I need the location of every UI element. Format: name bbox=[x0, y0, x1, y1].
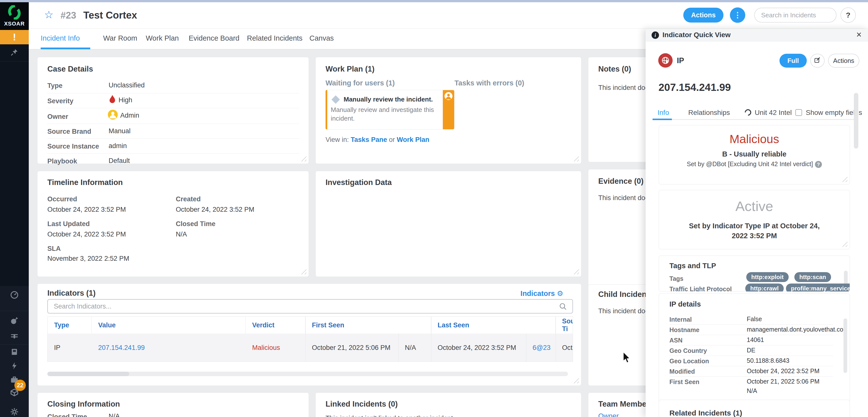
resize-handle[interactable] bbox=[574, 378, 579, 383]
indicator-quick-view-panel: i Indicator Quick View × IP Full Actions… bbox=[646, 29, 868, 417]
tab-incident-info[interactable]: Incident Info bbox=[41, 34, 80, 42]
cell-expiration: N/A bbox=[398, 334, 431, 362]
field-value: October 21, 2022 5:06 PM bbox=[747, 378, 819, 385]
resize-handle[interactable] bbox=[574, 269, 579, 274]
xsoar-logo[interactable]: XSOAR bbox=[0, 2, 29, 30]
field-label: First Seen bbox=[670, 378, 700, 386]
tab-info[interactable]: Info bbox=[657, 109, 669, 117]
field-label: Source Instance bbox=[48, 143, 99, 150]
field-label: Hostname bbox=[670, 326, 700, 334]
task-title: Manually review the incident. bbox=[344, 96, 438, 103]
investigation-data-panel: Investigation Data bbox=[315, 171, 581, 277]
field-value: admin bbox=[108, 142, 127, 150]
panel-title: Linked Incidents (0) bbox=[326, 399, 398, 409]
tag-chip[interactable]: http:exploit bbox=[746, 272, 789, 282]
tab-related-incidents[interactable]: Related Incidents bbox=[247, 34, 303, 42]
jet-icon[interactable] bbox=[0, 331, 29, 343]
sidebar-divider bbox=[0, 311, 29, 311]
cell-type: IP bbox=[48, 334, 92, 362]
tab-work-plan[interactable]: Work Plan bbox=[146, 34, 179, 42]
horizontal-scrollbar[interactable] bbox=[48, 372, 568, 376]
task-description: Manually review and investigate this inc… bbox=[331, 105, 437, 123]
col-header-first-seen[interactable]: First Seen bbox=[305, 317, 431, 334]
cell-last-seen: October 24, 2022 3:52 PM bbox=[431, 334, 526, 362]
scrollbar-thumb[interactable] bbox=[48, 372, 129, 376]
edit-button[interactable] bbox=[810, 54, 825, 68]
cell-incident-ref[interactable]: 6@23 bbox=[526, 334, 556, 362]
bolt-icon[interactable] bbox=[0, 360, 29, 372]
tasks-with-errors-header: Tasks with errors (0) bbox=[455, 79, 524, 87]
pin-icon[interactable] bbox=[0, 46, 29, 58]
child-incidents-empty-text: This incident does bbox=[598, 307, 652, 315]
tab-canvas[interactable]: Canvas bbox=[309, 34, 334, 42]
tag-chip[interactable]: profile:many_services bbox=[786, 283, 850, 292]
tags-tlp-card: Tags and TLP Tags Traffic Light Protocol… bbox=[659, 255, 850, 292]
tab-evidence-board[interactable]: Evidence Board bbox=[189, 34, 240, 42]
gear-icon[interactable] bbox=[0, 406, 29, 417]
verdict-set-by-text: Set by @DBot [Excluding Unit 42 Intel ve… bbox=[687, 161, 813, 167]
panel-title: Investigation Data bbox=[326, 178, 392, 187]
tab-unit42-intel[interactable]: Unit 42 Intel bbox=[755, 109, 792, 117]
actions-button[interactable]: Actions bbox=[683, 8, 723, 23]
work-plan-link[interactable]: Work Plan bbox=[397, 136, 429, 143]
ip-details-card: IP details Internal False Hostname manag… bbox=[659, 293, 850, 411]
incident-title: Test Cortex bbox=[83, 10, 137, 21]
kebab-menu-icon[interactable]: ⋮ bbox=[730, 7, 745, 23]
cell-value-link[interactable]: 207.154.241.99 bbox=[92, 334, 246, 362]
field-label: Closed Time bbox=[48, 413, 87, 417]
work-plan-panel: Work Plan (1) Waiting for users (1) Task… bbox=[315, 57, 581, 164]
col-header-source-time[interactable]: Source Ti bbox=[556, 317, 573, 334]
field-value: N/A bbox=[176, 231, 187, 238]
indicator-type-label: IP bbox=[677, 56, 684, 65]
col-header-last-seen[interactable]: Last Seen bbox=[431, 317, 556, 334]
field-label: Type bbox=[48, 82, 62, 90]
status-set-by-line2: 2022 3:52 PM bbox=[659, 232, 850, 240]
mouse-cursor bbox=[623, 352, 631, 363]
card-scrollbar[interactable] bbox=[843, 318, 847, 373]
tab-relationships[interactable]: Relationships bbox=[688, 109, 730, 117]
related-incidents-card: Related Incidents (1) bbox=[659, 399, 850, 417]
tab-war-room[interactable]: War Room bbox=[103, 34, 137, 42]
search-incidents-input[interactable] bbox=[754, 8, 837, 23]
alert-tile[interactable]: ! bbox=[0, 30, 29, 44]
window-top-strip bbox=[0, 0, 868, 2]
resize-handle[interactable] bbox=[842, 177, 847, 182]
field-label: Internal bbox=[670, 316, 692, 323]
col-header-value[interactable]: Value bbox=[92, 317, 246, 334]
close-icon[interactable]: × bbox=[856, 30, 862, 40]
cell-first-seen: October 21, 2022 5:06 PM bbox=[305, 334, 398, 362]
panel-title: Evidence (0) bbox=[598, 177, 644, 186]
show-empty-fields-checkbox[interactable] bbox=[795, 109, 802, 116]
panel-scrollbar[interactable] bbox=[854, 93, 858, 148]
indicator-actions-button[interactable]: Actions bbox=[828, 54, 859, 68]
col-header-verdict[interactable]: Verdict bbox=[246, 317, 305, 334]
star-icon[interactable]: ☆ bbox=[44, 9, 54, 21]
resize-handle[interactable] bbox=[574, 156, 579, 162]
resize-handle[interactable] bbox=[301, 269, 306, 274]
sidebar: XSOAR ! 22 bbox=[0, 2, 29, 417]
owner-link[interactable]: Owner bbox=[598, 412, 619, 417]
task-diamond-icon bbox=[332, 95, 340, 104]
book-icon[interactable] bbox=[0, 346, 29, 358]
tasks-pane-link[interactable]: Tasks Pane bbox=[351, 136, 387, 143]
gauge-icon[interactable] bbox=[0, 289, 29, 301]
indicators-settings-link[interactable]: Indicators ⚙ bbox=[520, 289, 563, 298]
help-button[interactable]: ? bbox=[840, 7, 856, 23]
resize-handle[interactable] bbox=[301, 156, 306, 162]
tag-chip[interactable]: http:crawl bbox=[745, 283, 784, 292]
task-card[interactable]: Manually review the incident. Manually r… bbox=[326, 90, 455, 130]
search-indicators-input[interactable] bbox=[48, 299, 573, 313]
timeline-panel: Timeline Information Occurred October 24… bbox=[37, 171, 309, 277]
status-set-by-line1: Set by Indicator Type IP at October 24, bbox=[659, 222, 850, 230]
full-view-button[interactable]: Full bbox=[779, 54, 807, 68]
field-label: Geo Country bbox=[670, 347, 707, 354]
card-title: IP details bbox=[670, 300, 701, 308]
field-label: Playbook bbox=[48, 158, 77, 165]
help-icon[interactable]: ? bbox=[815, 161, 822, 168]
col-header-type[interactable]: Type bbox=[48, 317, 92, 334]
panel-title: Timeline Information bbox=[48, 178, 123, 187]
bomb-icon[interactable] bbox=[0, 315, 29, 326]
resize-handle[interactable] bbox=[842, 241, 847, 247]
view-in-label: View in: bbox=[326, 136, 349, 143]
tag-chip[interactable]: http:scan bbox=[794, 272, 831, 282]
